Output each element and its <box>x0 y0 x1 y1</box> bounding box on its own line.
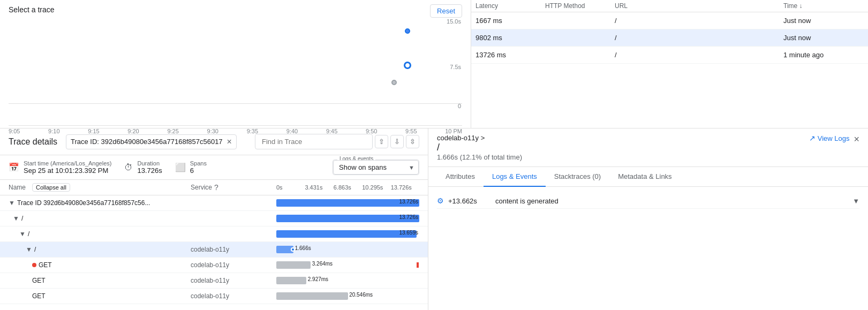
bar-label: 3.264ms <box>312 261 333 267</box>
cell-url: / <box>615 34 783 42</box>
table-row[interactable]: 13726 ms / 1 minute ago <box>471 47 868 64</box>
expand-icon[interactable]: ▼ <box>13 215 19 222</box>
tab-metadata-links[interactable]: Metadata & Links <box>609 167 680 187</box>
detail-content: ⚙ +13.662s content is generated ▼ <box>428 187 868 310</box>
detail-panel: codelab-o11y > / 1.666s (12.1% of total … <box>428 128 868 310</box>
find-prev-button[interactable]: ⇧ <box>375 135 388 148</box>
cell-latency: 1667 ms <box>475 17 545 25</box>
col-time-header[interactable]: Time ↓ <box>783 2 864 10</box>
timeline-tick-3: 10.295s <box>362 184 390 191</box>
detail-title: / <box>437 142 805 153</box>
timeline-tick-0: 0s <box>276 184 305 191</box>
x-tick: 9:15 <box>88 128 99 134</box>
x-tick: 9:55 <box>405 128 417 134</box>
view-logs-button[interactable]: ↗ View Logs <box>809 134 850 142</box>
y-label-mid: 7.5s <box>450 64 461 70</box>
tab-logs-events[interactable]: Logs & Events <box>484 167 546 187</box>
duration-icon: ⏱ <box>124 163 133 172</box>
bar-label: 1.666s <box>295 245 311 251</box>
x-tick: 9:20 <box>127 128 139 134</box>
service-info-icon[interactable]: ? <box>214 183 218 192</box>
expand-icon[interactable]: ▼ <box>19 230 26 238</box>
y-label-top: 15.0s <box>447 18 461 25</box>
span-bar <box>276 261 311 269</box>
span-bar <box>276 215 419 222</box>
event-gear-icon: ⚙ <box>437 196 444 205</box>
chart-dot-gray[interactable] <box>391 80 397 85</box>
x-tick: 9:45 <box>326 128 337 134</box>
duration-label: Duration <box>137 160 162 167</box>
span-row[interactable]: GET codelab-o11y 3.264ms <box>0 258 428 273</box>
page-title: Select a trace <box>9 5 462 14</box>
span-bar <box>276 199 419 207</box>
span-name: Trace ID 392d6b49080e3456a77168f857c56..… <box>17 199 150 207</box>
duration-value: 13.726s <box>137 167 162 175</box>
name-column-label: Name <box>9 184 26 191</box>
span-service: codelab-o11y <box>191 277 276 284</box>
x-tick: 9:10 <box>48 128 59 134</box>
bar-label: 2.927ms <box>308 276 328 282</box>
table-row[interactable]: 1667 ms / Just now <box>471 12 868 29</box>
spans-column-header: Name Collapse all Service ? 0s 3.431s 6.… <box>0 180 428 195</box>
calendar-icon: 📅 <box>9 162 19 172</box>
span-bar <box>276 246 293 253</box>
span-row[interactable]: GET codelab-o11y 2.927ms <box>0 273 428 289</box>
collapse-all-button[interactable]: Collapse all <box>32 183 70 192</box>
chart-dot-selected[interactable] <box>404 62 411 69</box>
close-detail-button[interactable]: × <box>854 134 859 145</box>
spans-list: ▼ Trace ID 392d6b49080e3456a77168f857c56… <box>0 195 428 310</box>
table-row[interactable]: 9802 ms / Just now <box>471 29 868 47</box>
span-row[interactable]: GET codelab-o11y 20.546ms <box>0 289 428 304</box>
col-latency-header[interactable]: Latency <box>475 2 545 10</box>
bar-label: 13.726s <box>399 199 418 205</box>
timeline-tick-1: 3.431s <box>305 184 333 191</box>
view-logs-label: View Logs <box>818 134 850 142</box>
trace-panel: Trace details Trace ID: 392d6b49080e3456… <box>0 128 428 310</box>
span-name: GET <box>32 292 46 300</box>
bar-label: 13.659s <box>399 230 418 236</box>
trace-id-text: Trace ID: 392d6b49080e3456a77168f857c560… <box>71 138 223 146</box>
span-row[interactable]: ▼ Trace ID 392d6b49080e3456a77168f857c56… <box>0 195 428 211</box>
x-tick: 9:35 <box>247 128 258 134</box>
x-tick: 9:30 <box>207 128 218 134</box>
x-axis: 9:05 9:10 9:15 9:20 9:25 9:30 9:35 9:40 … <box>9 125 462 137</box>
span-bar <box>276 277 306 284</box>
span-service: codelab-o11y <box>191 292 276 300</box>
bar-label: 20.546ms <box>349 292 373 298</box>
close-trace-id-button[interactable]: × <box>227 137 232 147</box>
reset-button[interactable]: Reset <box>430 4 462 18</box>
tab-attributes[interactable]: Attributes <box>437 167 484 187</box>
span-row[interactable]: ▼ / codelab-o11y 1.666s <box>0 242 428 258</box>
span-timeline: 13.659s <box>276 229 419 239</box>
event-time: +13.662s <box>448 197 491 205</box>
event-row[interactable]: ⚙ +13.662s content is generated ▼ <box>437 193 859 209</box>
find-expand-button[interactable]: ⇳ <box>406 135 419 148</box>
col-method-header[interactable]: HTTP Method <box>545 2 615 10</box>
timeline-tick-4: 13.726s <box>391 184 419 191</box>
col-url-header[interactable]: URL <box>615 2 783 10</box>
chart-dot[interactable] <box>405 28 410 34</box>
spans-label: Spans <box>190 160 207 167</box>
detail-subtitle: 1.666s (12.1% of total time) <box>437 153 805 161</box>
span-service: codelab-o11y <box>191 261 276 269</box>
find-next-button[interactable]: ⇩ <box>390 135 404 148</box>
x-tick: 9:50 <box>366 128 377 134</box>
spans-value: 6 <box>190 167 207 175</box>
bar-label: 13.726s <box>399 214 418 220</box>
event-expand-icon[interactable]: ▼ <box>852 197 859 205</box>
trace-details-title: Trace details <box>9 137 57 147</box>
cell-time: 1 minute ago <box>783 51 864 59</box>
span-name: / <box>21 215 23 222</box>
trace-table: Latency HTTP Method URL Time ↓ 1667 ms /… <box>471 0 868 128</box>
expand-icon[interactable]: ▼ <box>9 199 15 207</box>
span-service: codelab-o11y <box>191 246 276 253</box>
span-row[interactable]: ▼ / 13.726s <box>0 211 428 226</box>
logs-events-select[interactable]: Show on spans Show separately Hide <box>333 160 419 175</box>
span-row[interactable]: ▼ / 13.659s <box>0 226 428 242</box>
span-name: GET <box>39 261 52 269</box>
cell-url: / <box>615 17 783 25</box>
event-description: content is generated <box>495 197 848 205</box>
tab-stacktraces[interactable]: Stacktraces (0) <box>546 167 609 187</box>
expand-icon[interactable]: ▼ <box>26 246 32 253</box>
span-timeline: 13.726s <box>276 213 419 224</box>
